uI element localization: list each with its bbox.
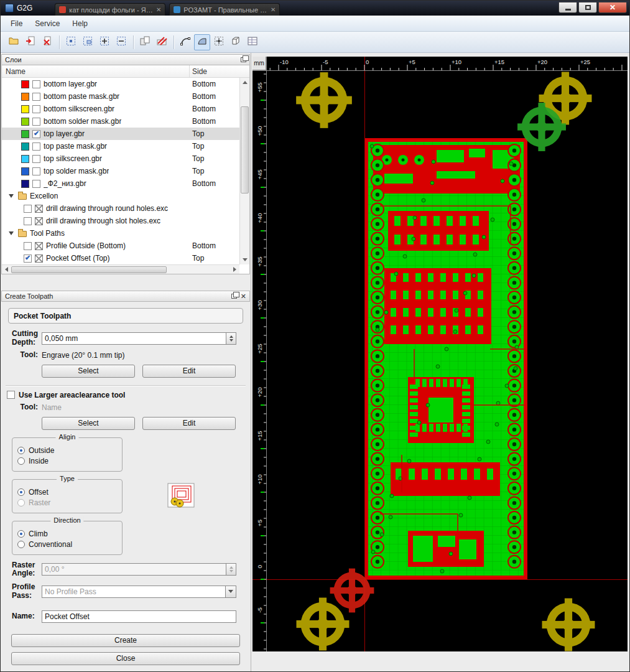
- layer-visibility-checkbox[interactable]: [32, 180, 40, 188]
- layer-visibility-checkbox[interactable]: [32, 80, 40, 88]
- import-gerber-button[interactable]: [22, 34, 39, 50]
- origin-tool-button[interactable]: [211, 34, 227, 50]
- layer-color-swatch[interactable]: [21, 167, 29, 175]
- toolpath-visibility-checkbox[interactable]: [24, 242, 32, 250]
- create-button[interactable]: Create: [11, 634, 240, 647]
- layer-row[interactable]: _Ф2_низ.gbrBottom: [2, 177, 239, 190]
- vertical-scrollbar[interactable]: [239, 78, 249, 264]
- float-panel-icon[interactable]: [241, 57, 246, 62]
- layer-color-swatch[interactable]: [21, 142, 29, 151]
- toolpath-row[interactable]: Pocket Offset (Top)Top: [2, 252, 239, 264]
- drill-row[interactable]: drill drawing through slot holes.exc: [2, 215, 239, 227]
- clear-layer-button[interactable]: [154, 34, 170, 50]
- gcode-table-button[interactable]: [244, 34, 261, 50]
- spinner-buttons[interactable]: [226, 332, 236, 345]
- layer-visibility-checkbox[interactable]: [32, 118, 40, 126]
- radio-icon[interactable]: [17, 447, 25, 454]
- layer-color-swatch[interactable]: [21, 80, 29, 88]
- minimize-button[interactable]: [558, 2, 577, 13]
- close-panel-icon[interactable]: ✕: [241, 293, 246, 300]
- edit-tool2-button[interactable]: Edit: [142, 417, 236, 430]
- horizontal-scroll-thumb[interactable]: [11, 266, 167, 273]
- interpolation-tool-button[interactable]: [194, 34, 210, 50]
- toolpath-type-header: Pocket Toolpath: [8, 308, 243, 324]
- radio-icon[interactable]: [17, 530, 25, 538]
- close-window-button[interactable]: ✕: [598, 2, 627, 13]
- float-panel-icon[interactable]: [231, 294, 237, 299]
- folder-row-excellon[interactable]: Excellon: [2, 190, 239, 202]
- layer-color-swatch[interactable]: [21, 155, 29, 163]
- layer-visibility-checkbox[interactable]: [32, 93, 40, 101]
- layer-row[interactable]: top silkscreen.gbrTop: [2, 152, 239, 165]
- toolpath-visibility-checkbox[interactable]: [24, 254, 32, 263]
- layer-color-swatch[interactable]: [21, 118, 29, 126]
- edit-tool-button[interactable]: Edit: [142, 365, 236, 378]
- layer-visibility-checkbox[interactable]: [32, 105, 40, 113]
- select-tool-button[interactable]: Select: [42, 365, 135, 378]
- menu-file[interactable]: File: [4, 17, 29, 30]
- layer-row[interactable]: bottom layer.gbrBottom: [2, 78, 239, 90]
- use-larger-tool-checkbox[interactable]: [7, 391, 15, 399]
- layer-color-swatch[interactable]: [21, 130, 29, 138]
- toolpath-row[interactable]: Profile Outside (Bottom)Bottom: [2, 240, 239, 252]
- expand-arrow-icon[interactable]: [9, 194, 14, 198]
- menu-help[interactable]: Help: [66, 17, 94, 30]
- scroll-right-button[interactable]: [230, 265, 239, 274]
- drill-row[interactable]: drill drawing through round holes.exc: [2, 202, 239, 215]
- radio-icon[interactable]: [17, 541, 25, 548]
- layer-visibility-checkbox[interactable]: [32, 130, 40, 138]
- zoom-out-button[interactable]: [113, 34, 129, 50]
- mirror-board-button[interactable]: [137, 34, 153, 50]
- background-tab-2[interactable]: РОЗАМТ - Правильные с... ✕: [169, 3, 280, 16]
- horizontal-scrollbar[interactable]: [2, 264, 239, 274]
- radio-conventional[interactable]: Conventional: [17, 540, 117, 549]
- background-tab-1[interactable]: кат площади фольги - Янд... ✕: [55, 3, 165, 16]
- layer-color-swatch[interactable]: [21, 180, 29, 188]
- dropdown-button[interactable]: [226, 586, 236, 598]
- arc-tool-button[interactable]: [177, 34, 193, 50]
- layer-row[interactable]: bottom paste mask.gbrBottom: [2, 90, 239, 103]
- radio-climb[interactable]: Climb: [17, 530, 117, 538]
- pcb-viewport[interactable]: mm -10 -5 0 +5 +10 +15 +20 +25 +55 +50 +…: [252, 57, 628, 651]
- layer-row-selected[interactable]: top layer.gbrTop: [2, 128, 239, 140]
- scroll-left-button[interactable]: [2, 265, 11, 274]
- menu-service[interactable]: Service: [29, 17, 66, 30]
- zoom-extents-button[interactable]: [63, 34, 79, 50]
- layer-visibility-checkbox[interactable]: [32, 142, 40, 151]
- layer-row[interactable]: top solder mask.gbrTop: [2, 165, 239, 177]
- layer-row[interactable]: bottom silkscreen.gbrBottom: [2, 103, 239, 115]
- remove-gerber-button[interactable]: [39, 34, 55, 50]
- view-3d-button[interactable]: [228, 34, 244, 50]
- column-header-side[interactable]: Side: [190, 67, 249, 76]
- zoom-window-button[interactable]: [80, 34, 96, 50]
- select-tool2-button[interactable]: Select: [42, 417, 135, 430]
- folder-row-toolpaths[interactable]: Tool Paths: [2, 227, 239, 240]
- drill-visibility-checkbox[interactable]: [24, 217, 32, 225]
- open-project-button[interactable]: [6, 34, 22, 50]
- layer-row[interactable]: bottom solder mask.gbrBottom: [2, 115, 239, 128]
- expand-arrow-icon[interactable]: [9, 231, 14, 235]
- maximize-button[interactable]: [578, 2, 597, 13]
- layer-visibility-checkbox[interactable]: [32, 167, 40, 175]
- scroll-up-button[interactable]: [240, 78, 249, 87]
- tab-close-icon[interactable]: ✕: [271, 6, 276, 13]
- column-header-name[interactable]: Name: [2, 65, 190, 77]
- zoom-in-button[interactable]: [96, 34, 113, 50]
- radio-offset[interactable]: Offset: [17, 488, 117, 497]
- layer-color-swatch[interactable]: [21, 105, 29, 113]
- radio-inside[interactable]: Inside: [17, 457, 117, 465]
- scroll-down-button[interactable]: [240, 255, 249, 264]
- tab-close-icon[interactable]: ✕: [156, 6, 161, 13]
- profile-pass-combobox[interactable]: No Profile Pass: [42, 586, 236, 598]
- vertical-scroll-thumb[interactable]: [241, 106, 249, 194]
- radio-icon[interactable]: [17, 457, 25, 465]
- layer-visibility-checkbox[interactable]: [32, 155, 40, 163]
- toolpath-name-input[interactable]: Pocket Offset: [42, 610, 236, 623]
- radio-outside[interactable]: Outside: [17, 446, 117, 455]
- close-button[interactable]: Close: [11, 652, 240, 665]
- radio-icon[interactable]: [17, 488, 25, 496]
- layer-color-swatch[interactable]: [21, 93, 29, 101]
- cutting-depth-input[interactable]: 0,050 mm: [42, 332, 226, 345]
- layer-row[interactable]: top paste mask.gbrTop: [2, 140, 239, 152]
- drill-visibility-checkbox[interactable]: [24, 205, 32, 213]
